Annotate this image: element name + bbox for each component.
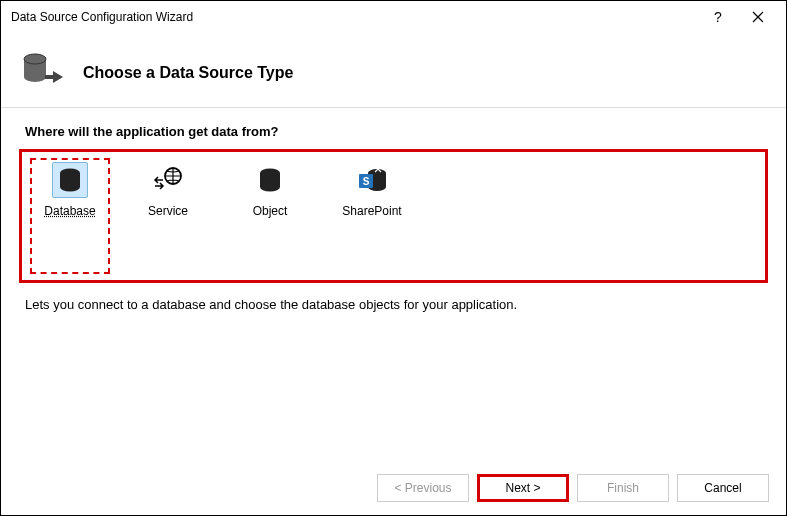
option-label: SharePoint bbox=[342, 204, 401, 218]
window-title: Data Source Configuration Wizard bbox=[11, 10, 698, 24]
wizard-heading: Choose a Data Source Type bbox=[83, 64, 293, 82]
option-label: Database bbox=[44, 204, 95, 218]
options-panel: Database Service Object bbox=[19, 149, 768, 283]
close-icon bbox=[752, 11, 764, 23]
question-label: Where will the application get data from… bbox=[19, 124, 768, 139]
cancel-button[interactable]: Cancel bbox=[677, 474, 769, 502]
next-button[interactable]: Next > bbox=[477, 474, 569, 502]
object-icon bbox=[256, 166, 284, 194]
svg-text:S: S bbox=[363, 176, 370, 187]
service-icon bbox=[153, 166, 183, 194]
titlebar: Data Source Configuration Wizard ? bbox=[1, 1, 786, 33]
close-button[interactable] bbox=[738, 3, 778, 31]
option-description: Lets you connect to a database and choos… bbox=[19, 283, 768, 326]
wizard-header: Choose a Data Source Type bbox=[1, 33, 786, 103]
svg-point-10 bbox=[260, 183, 280, 192]
option-database[interactable]: Database bbox=[30, 158, 110, 274]
option-label: Service bbox=[148, 204, 188, 218]
option-sharepoint[interactable]: S SharePoint bbox=[332, 162, 412, 270]
option-object[interactable]: Object bbox=[230, 162, 310, 270]
database-icon bbox=[56, 166, 84, 194]
previous-button: < Previous bbox=[377, 474, 469, 502]
svg-point-6 bbox=[60, 183, 80, 192]
wizard-content: Where will the application get data from… bbox=[1, 107, 786, 326]
svg-point-2 bbox=[24, 72, 46, 82]
option-label: Object bbox=[253, 204, 288, 218]
database-header-icon bbox=[21, 51, 65, 95]
option-service[interactable]: Service bbox=[128, 162, 208, 270]
finish-button: Finish bbox=[577, 474, 669, 502]
help-button[interactable]: ? bbox=[698, 3, 738, 31]
wizard-footer: < Previous Next > Finish Cancel bbox=[0, 462, 787, 516]
sharepoint-icon: S bbox=[357, 166, 387, 194]
